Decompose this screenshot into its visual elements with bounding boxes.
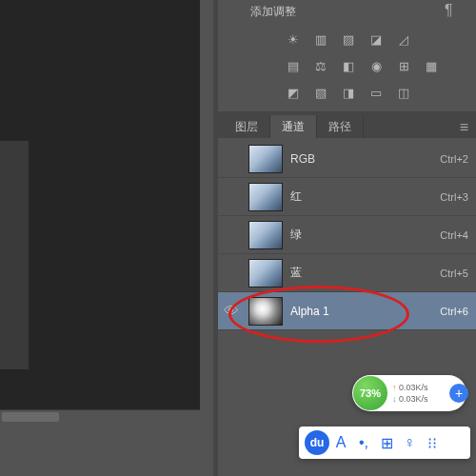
channel-name: 绿 [290, 227, 440, 243]
download-speed: 0.03K/s [392, 393, 428, 405]
baidu-tool-keyboard[interactable]: ⊞ [375, 434, 398, 452]
text-tool-icon[interactable]: ¶ [445, 2, 456, 13]
baidu-toolbar[interactable]: du A •, ⊞ ♀ ⁝⁝ [299, 426, 470, 459]
scrollbar-thumb[interactable] [2, 412, 59, 422]
network-percent[interactable]: 73% [353, 376, 387, 410]
color-lookup-icon[interactable]: ▦ [421, 56, 442, 75]
canvas-content [0, 141, 29, 369]
network-monitor-widget[interactable]: 73% 0.03K/s 0.03K/s + [352, 375, 466, 411]
bw-icon[interactable]: ◧ [338, 56, 359, 75]
baidu-tool-punct[interactable]: •, [352, 434, 375, 451]
adjustments-row-2: ▤ ⚖ ◧ ◉ ⊞ ▦ [218, 52, 476, 79]
tab-layers[interactable]: 图层 [224, 115, 270, 138]
channel-name: RGB [290, 152, 440, 166]
brightness-icon[interactable]: ☀ [283, 30, 304, 49]
panel-tabs: 图层 通道 路径 ≡ [218, 115, 476, 138]
exposure-icon[interactable]: ◪ [366, 30, 387, 49]
adjustments-row-1: ☀ ▥ ▨ ◪ ◿ [218, 26, 476, 52]
adjustments-row-3: ◩ ▧ ◨ ▭ ◫ [218, 79, 476, 106]
canvas-scrollbar-h[interactable] [0, 409, 200, 423]
channel-row[interactable]: 绿Ctrl+4 [218, 216, 476, 254]
vibrance-icon[interactable]: ◿ [393, 30, 414, 49]
channel-thumbnail [248, 259, 283, 288]
invert-icon[interactable]: ◩ [283, 83, 304, 102]
balance-icon[interactable]: ⚖ [310, 56, 331, 75]
adjustments-title: 添加调整 [218, 0, 476, 26]
channel-row[interactable]: 红Ctrl+3 [218, 178, 476, 216]
visibility-icon[interactable] [222, 188, 241, 207]
threshold-icon[interactable]: ◨ [338, 83, 359, 102]
channel-shortcut: Ctrl+6 [440, 306, 468, 317]
network-speeds: 0.03K/s 0.03K/s [388, 382, 428, 405]
visibility-icon[interactable] [222, 264, 241, 283]
channel-shortcut: Ctrl+3 [440, 191, 468, 203]
posterize-icon[interactable]: ▧ [310, 83, 331, 102]
visibility-icon[interactable] [222, 226, 241, 245]
baidu-tool-text[interactable]: A [329, 434, 352, 451]
visibility-icon[interactable] [222, 149, 241, 169]
channel-row[interactable]: RGBCtrl+2 [218, 140, 476, 178]
channel-row[interactable]: 蓝Ctrl+5 [218, 254, 476, 292]
channel-row[interactable]: 👁Alpha 1Ctrl+6 [218, 292, 476, 330]
gradient-map-icon[interactable]: ▭ [366, 83, 387, 102]
channel-thumbnail [248, 297, 283, 326]
levels-icon[interactable]: ▥ [310, 30, 331, 49]
tab-paths[interactable]: 路径 [317, 115, 364, 138]
baidu-tool-person[interactable]: ♀ [398, 434, 421, 451]
channel-name: 红 [290, 188, 440, 205]
channel-name: 蓝 [290, 265, 440, 281]
channel-mixer-icon[interactable]: ⊞ [393, 56, 414, 75]
baidu-tool-grid[interactable]: ⁝⁝ [421, 434, 444, 452]
channel-name: Alpha 1 [290, 305, 440, 318]
selective-color-icon[interactable]: ◫ [393, 83, 414, 102]
channel-shortcut: Ctrl+5 [440, 268, 468, 279]
channel-shortcut: Ctrl+4 [440, 229, 468, 241]
hue-icon[interactable]: ▤ [283, 56, 304, 75]
visibility-icon[interactable]: 👁 [222, 302, 241, 321]
canvas-area[interactable] [0, 0, 200, 409]
upload-speed: 0.03K/s [392, 382, 428, 393]
channels-list: RGBCtrl+2红Ctrl+3绿Ctrl+4蓝Ctrl+5👁Alpha 1Ct… [218, 138, 476, 332]
curves-icon[interactable]: ▨ [338, 30, 359, 49]
plus-button[interactable]: + [449, 384, 468, 403]
channel-thumbnail [248, 221, 283, 249]
photo-filter-icon[interactable]: ◉ [366, 56, 387, 75]
tab-channels[interactable]: 通道 [270, 115, 317, 138]
channel-thumbnail [248, 145, 283, 173]
baidu-logo-icon[interactable]: du [305, 430, 329, 455]
panel-menu-icon[interactable]: ≡ [452, 115, 476, 138]
channel-thumbnail [248, 183, 283, 211]
channel-shortcut: Ctrl+2 [440, 153, 468, 165]
